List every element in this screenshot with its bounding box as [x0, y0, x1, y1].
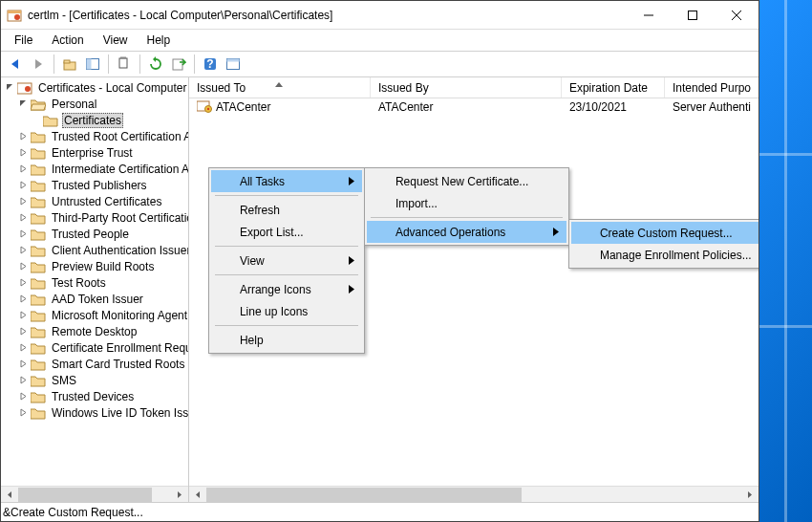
- menu-view[interactable]: View: [211, 250, 362, 272]
- app-icon: [7, 8, 22, 23]
- menu-all-tasks[interactable]: All Tasks: [211, 170, 362, 192]
- tree-item[interactable]: Certificate Enrollment Reques: [1, 339, 188, 356]
- forward-button[interactable]: [28, 54, 49, 75]
- tree-collapse-icon[interactable]: [5, 82, 15, 93]
- tree-item[interactable]: Preview Build Roots: [1, 258, 188, 274]
- tree-expand-icon[interactable]: [18, 147, 29, 158]
- tree-item[interactable]: Trusted Devices: [1, 388, 188, 404]
- tree-item[interactable]: Client Authentication Issuers: [1, 242, 188, 258]
- folder-icon: [31, 244, 46, 257]
- tree-item[interactable]: Trusted Publishers: [1, 177, 188, 193]
- tree-item[interactable]: Smart Card Trusted Roots: [1, 356, 188, 372]
- column-purpose[interactable]: Intended Purpo: [665, 77, 759, 98]
- back-button[interactable]: [5, 54, 26, 75]
- menu-help[interactable]: Help: [211, 329, 362, 351]
- show-hide-tree-button[interactable]: [82, 54, 103, 75]
- tree-expand-icon[interactable]: [18, 180, 29, 190]
- tree-personal[interactable]: Personal: [1, 96, 188, 112]
- folder-icon: [31, 325, 46, 338]
- minimize-button[interactable]: [627, 1, 671, 30]
- tree-expand-icon[interactable]: [18, 310, 29, 320]
- tree-item[interactable]: Remote Desktop: [1, 323, 188, 339]
- menu-refresh-label: Refresh: [240, 204, 280, 217]
- column-issued-to[interactable]: Issued To: [189, 77, 371, 98]
- tree-item[interactable]: Trusted Root Certification Au: [1, 128, 188, 144]
- scroll-right-icon[interactable]: [171, 488, 187, 502]
- menu-request-certificate[interactable]: Request New Certificate...: [367, 170, 566, 192]
- tree-root[interactable]: Certificates - Local Computer: [1, 79, 188, 96]
- tree-certificates[interactable]: Certificates: [1, 112, 188, 128]
- tree-expand-icon[interactable]: [18, 163, 29, 174]
- help-button[interactable]: ?: [200, 54, 221, 75]
- menu-arrange-icons[interactable]: Arrange Icons: [211, 278, 362, 300]
- cell-expiration: 23/10/2021: [562, 100, 665, 114]
- menu-export-list-label: Export List...: [240, 226, 304, 239]
- tree-item[interactable]: SMS: [1, 372, 188, 388]
- tree-item[interactable]: Trusted People: [1, 226, 188, 242]
- tree-item[interactable]: Windows Live ID Token Issuer: [1, 404, 188, 421]
- scroll-thumb[interactable]: [206, 488, 522, 502]
- menu-create-custom-request-label: Create Custom Request...: [600, 227, 733, 240]
- tree-expand-icon[interactable]: [18, 131, 29, 141]
- close-button[interactable]: [715, 1, 759, 30]
- menu-export-list[interactable]: Export List...: [211, 221, 362, 243]
- up-button[interactable]: [59, 54, 80, 75]
- tree-expand-icon[interactable]: [18, 407, 29, 418]
- menu-refresh[interactable]: Refresh: [211, 199, 362, 221]
- menu-help[interactable]: Help: [138, 32, 181, 49]
- tree-expand-icon[interactable]: [18, 375, 29, 385]
- list-body[interactable]: ATACenter ATACenter 23/10/2021 Server Au…: [189, 98, 759, 486]
- folder-icon: [31, 163, 46, 176]
- tree-expand-icon[interactable]: [18, 212, 29, 223]
- list-horizontal-scrollbar[interactable]: [189, 486, 759, 502]
- menu-import[interactable]: Import...: [367, 192, 566, 214]
- menu-lineup-icons[interactable]: Line up Icons: [211, 300, 362, 322]
- tree-horizontal-scrollbar[interactable]: [1, 486, 188, 502]
- tree-expand-icon[interactable]: [18, 261, 29, 272]
- scroll-left-icon[interactable]: [2, 488, 18, 502]
- tree-item[interactable]: AAD Token Issuer: [1, 291, 188, 307]
- export-button[interactable]: [168, 54, 189, 75]
- tree-item[interactable]: Third-Party Root Certification: [1, 209, 188, 226]
- tree-item[interactable]: Microsoft Monitoring Agent: [1, 307, 188, 323]
- menu-advanced-operations[interactable]: Advanced Operations: [367, 221, 566, 243]
- tree-item-label: Windows Live ID Token Issuer: [50, 406, 189, 420]
- tree-expand-icon[interactable]: [18, 245, 29, 255]
- tree-expand-icon[interactable]: [18, 228, 29, 239]
- tree-collapse-icon[interactable]: [18, 98, 29, 109]
- certificates-store-icon: [17, 81, 32, 95]
- tree-expand-icon[interactable]: [18, 342, 29, 353]
- tree-item[interactable]: Intermediate Certification Au: [1, 161, 188, 177]
- column-expiration[interactable]: Expiration Date: [562, 77, 665, 98]
- scroll-thumb[interactable]: [18, 488, 152, 502]
- list-header: Issued To Issued By Expiration Date Inte…: [189, 77, 759, 98]
- tree-item[interactable]: Untrusted Certificates: [1, 193, 188, 209]
- copy-button[interactable]: [114, 54, 135, 75]
- list-row[interactable]: ATACenter ATACenter 23/10/2021 Server Au…: [189, 98, 759, 116]
- tree-expand-icon[interactable]: [18, 359, 29, 369]
- refresh-button[interactable]: [145, 54, 166, 75]
- tree-expand-icon[interactable]: [18, 294, 29, 304]
- tree-item[interactable]: Enterprise Trust: [1, 144, 188, 161]
- tree-expand-icon[interactable]: [18, 391, 29, 402]
- menu-file[interactable]: File: [5, 32, 42, 49]
- menu-create-custom-request[interactable]: Create Custom Request...: [571, 222, 759, 244]
- maximize-button[interactable]: [671, 1, 715, 30]
- folder-icon: [31, 130, 46, 143]
- menu-view[interactable]: View: [94, 32, 138, 49]
- menu-manage-enrollment-policies[interactable]: Manage Enrollment Policies...: [571, 244, 759, 266]
- folder-icon: [31, 276, 46, 290]
- tree-expand-icon[interactable]: [18, 326, 29, 337]
- scroll-left-icon[interactable]: [190, 488, 206, 502]
- scroll-right-icon[interactable]: [741, 488, 758, 502]
- window-title: certlm - [Certificates - Local Computer\…: [28, 9, 627, 22]
- sort-ascending-icon: [275, 76, 283, 90]
- column-issued-by[interactable]: Issued By: [371, 77, 562, 98]
- tree-expand-icon[interactable]: [18, 277, 29, 288]
- tree-expand-icon[interactable]: [18, 196, 29, 207]
- tree-item[interactable]: Test Roots: [1, 274, 188, 291]
- folder-icon: [31, 358, 46, 371]
- menu-action[interactable]: Action: [42, 32, 93, 49]
- properties-button[interactable]: [223, 54, 244, 75]
- submenu-arrow-icon: [553, 226, 559, 239]
